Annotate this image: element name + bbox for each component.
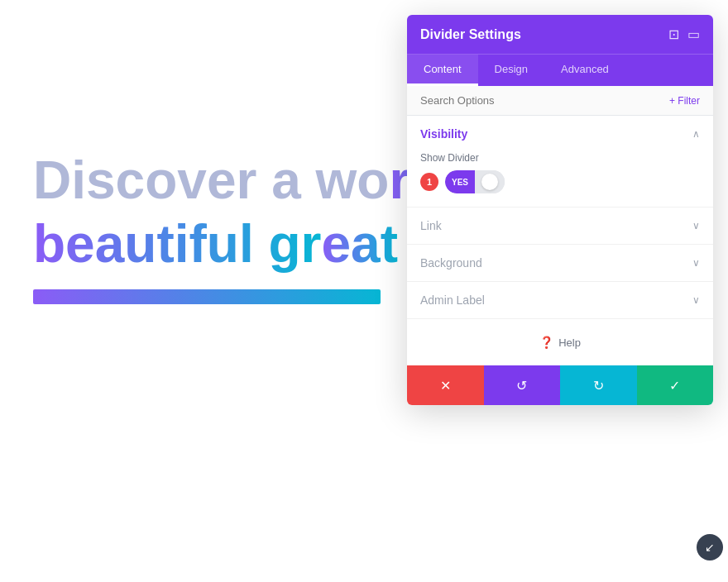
maximize-icon[interactable]: ⊡ bbox=[668, 26, 679, 42]
panel-title: Divider Settings bbox=[420, 27, 521, 42]
toggle-dot bbox=[481, 174, 498, 190]
panel-header: Divider Settings ⊡ ▭ bbox=[407, 15, 713, 54]
help-row: ❓ Help bbox=[407, 319, 713, 365]
tab-design[interactable]: Design bbox=[478, 55, 544, 86]
panel-tabs: Content Design Advanced bbox=[407, 54, 713, 86]
divider-bar bbox=[33, 289, 381, 304]
panel-header-icons: ⊡ ▭ bbox=[668, 26, 700, 42]
visibility-section-title: Visibility bbox=[420, 127, 467, 141]
help-icon: ❓ bbox=[539, 336, 553, 349]
panel-body: Visibility ∧ Show Divider 1 YES bbox=[407, 116, 713, 365]
link-section: Link ∨ bbox=[407, 208, 713, 245]
panel-search: + Filter bbox=[407, 86, 713, 116]
visibility-section: Visibility ∧ Show Divider 1 YES bbox=[407, 116, 713, 208]
step-badge: 1 bbox=[420, 173, 438, 191]
admin-label-chevron-icon: ∨ bbox=[692, 294, 700, 306]
page-heading-line2: beautiful great bbox=[33, 212, 398, 276]
visibility-section-header[interactable]: Visibility ∧ bbox=[407, 116, 713, 152]
corner-icon: ↙ bbox=[705, 541, 715, 554]
background-section-header[interactable]: Background ∨ bbox=[407, 245, 713, 281]
admin-label-section-title: Admin Label bbox=[420, 293, 485, 307]
heading-line1: Discover a wo bbox=[33, 150, 389, 210]
tab-content[interactable]: Content bbox=[407, 55, 478, 86]
link-chevron-icon: ∨ bbox=[692, 220, 700, 231]
link-section-title: Link bbox=[420, 219, 442, 232]
background-section-title: Background bbox=[420, 256, 482, 270]
show-divider-toggle[interactable]: YES bbox=[445, 170, 505, 193]
toggle-yes-label: YES bbox=[445, 170, 475, 193]
toggle-no-area bbox=[475, 170, 505, 193]
heading-gradient-3: eat bbox=[321, 214, 398, 274]
filter-button[interactable]: + Filter bbox=[669, 95, 700, 107]
minimize-icon[interactable]: ▭ bbox=[687, 26, 700, 42]
toggle-row: 1 YES bbox=[420, 170, 700, 193]
search-input[interactable] bbox=[420, 94, 669, 107]
help-label[interactable]: Help bbox=[558, 336, 581, 349]
heading-gradient-2: beautiful gr bbox=[33, 214, 321, 274]
panel-footer: ✕ ↺ ↻ ✓ bbox=[407, 365, 713, 405]
show-divider-label: Show Divider bbox=[420, 152, 700, 164]
background-chevron-icon: ∨ bbox=[692, 257, 700, 269]
visibility-content: Show Divider 1 YES bbox=[407, 152, 713, 207]
settings-panel: Divider Settings ⊡ ▭ Content Design Adva… bbox=[407, 15, 713, 405]
background-section: Background ∨ bbox=[407, 245, 713, 282]
admin-label-section: Admin Label ∨ bbox=[407, 282, 713, 319]
tab-advanced[interactable]: Advanced bbox=[544, 55, 625, 86]
undo-button[interactable]: ↺ bbox=[484, 365, 561, 405]
redo-button[interactable]: ↻ bbox=[560, 365, 637, 405]
admin-label-section-header[interactable]: Admin Label ∨ bbox=[407, 282, 713, 318]
visibility-chevron-up-icon: ∧ bbox=[692, 128, 700, 140]
link-section-header[interactable]: Link ∨ bbox=[407, 208, 713, 244]
save-button[interactable]: ✓ bbox=[637, 365, 714, 405]
corner-drag-button[interactable]: ↙ bbox=[697, 534, 723, 561]
cancel-button[interactable]: ✕ bbox=[407, 365, 484, 405]
